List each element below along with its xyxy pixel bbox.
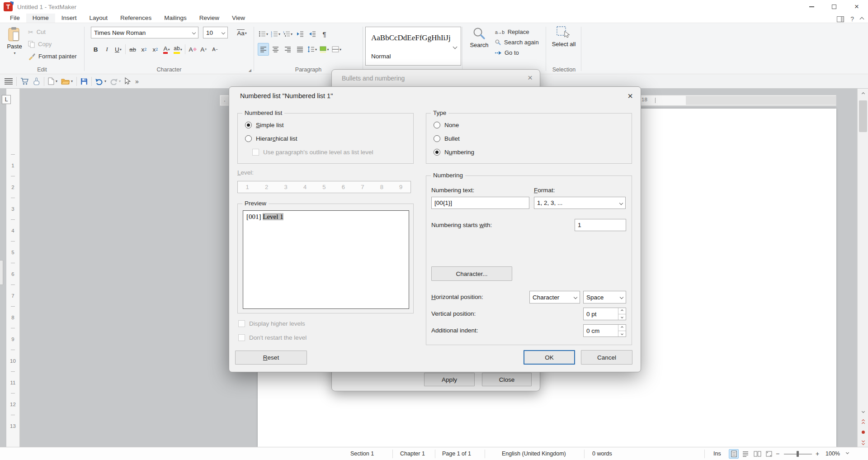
- ok-button[interactable]: OK: [524, 350, 575, 365]
- horizontal-position-select[interactable]: Character: [529, 291, 580, 304]
- vertical-position-input[interactable]: 0 pt: [583, 308, 626, 320]
- undo-dropdown-arrow[interactable]: ▾: [104, 79, 106, 83]
- subscript-button[interactable]: x2: [138, 43, 150, 56]
- ribbon-tab[interactable]: View: [226, 14, 251, 23]
- strikethrough-button[interactable]: ab: [127, 43, 138, 56]
- open-button[interactable]: ▾: [61, 78, 73, 85]
- toolbar-more-icon[interactable]: »: [135, 78, 139, 85]
- paste-button[interactable]: Paste ▾: [4, 27, 25, 55]
- save-icon[interactable]: [80, 78, 88, 85]
- select-all-button[interactable]: Select all: [550, 26, 578, 48]
- scrollbar-thumb[interactable]: [859, 100, 867, 132]
- open-dropdown-arrow[interactable]: ▾: [71, 79, 73, 83]
- borders-dropdown-arrow[interactable]: ▾: [340, 47, 341, 52]
- ribbon-tab[interactable]: File: [4, 14, 26, 23]
- view-two-pages-button[interactable]: [752, 449, 762, 459]
- sidebar-toggle-icon[interactable]: [5, 78, 13, 85]
- section-indicator[interactable]: Section 1: [350, 451, 374, 457]
- numbered-list-button[interactable]: 123 ▾: [270, 28, 281, 40]
- close-button[interactable]: ×: [845, 0, 868, 14]
- chapter-indicator[interactable]: Chapter 1: [400, 451, 425, 457]
- underline-dropdown-arrow[interactable]: ▾: [120, 47, 122, 52]
- view-fullscreen-button[interactable]: [764, 449, 774, 459]
- bold-button[interactable]: B: [90, 43, 101, 56]
- browse-previous-button[interactable]: [858, 417, 868, 427]
- page-indicator[interactable]: Page 1 of 1: [442, 451, 471, 457]
- redo-button[interactable]: ▾: [110, 78, 121, 85]
- hand-tool-icon[interactable]: [33, 77, 40, 85]
- search-again-button[interactable]: Search again: [495, 37, 539, 47]
- cut-button[interactable]: ✂ Cut: [28, 26, 77, 38]
- browse-next-button[interactable]: [858, 437, 868, 447]
- borders-button[interactable]: ▾: [331, 43, 342, 56]
- apply-button[interactable]: Apply: [424, 373, 475, 386]
- multilevel-list-button[interactable]: 1 ▾: [282, 28, 293, 40]
- hierarchical-list-radio[interactable]: Hierarchical list: [245, 133, 297, 143]
- paste-dropdown-arrow[interactable]: ▾: [14, 51, 15, 55]
- superscript-button[interactable]: x2: [150, 43, 161, 56]
- font-name-combo[interactable]: Times New Roman: [91, 27, 198, 38]
- increase-indent-button[interactable]: [294, 28, 306, 40]
- minimize-button[interactable]: [800, 0, 823, 14]
- simple-list-radio[interactable]: Simple list: [245, 120, 284, 130]
- align-right-button[interactable]: [282, 43, 293, 56]
- spin-down-icon[interactable]: [618, 314, 626, 320]
- format-select[interactable]: 1, 2, 3, ...: [534, 197, 626, 209]
- undo-button[interactable]: ▾: [95, 78, 106, 85]
- type-bullet-radio[interactable]: Bullet: [434, 133, 460, 143]
- underline-button[interactable]: U▾: [113, 43, 124, 56]
- close-icon[interactable]: ×: [528, 73, 533, 83]
- clear-formatting-button[interactable]: A: [187, 43, 198, 56]
- search-button[interactable]: Search: [466, 27, 492, 48]
- character-button[interactable]: Character...: [431, 266, 512, 281]
- close-dialog-button[interactable]: Close: [482, 373, 532, 386]
- grow-font-button[interactable]: A+: [198, 43, 209, 56]
- collapse-ribbon-icon[interactable]: [860, 17, 864, 21]
- spin-up-icon[interactable]: [618, 308, 626, 314]
- spin-up-icon[interactable]: [618, 325, 626, 331]
- highlight-dropdown-arrow[interactable]: ▾: [180, 47, 182, 52]
- zoom-in-button[interactable]: +: [816, 450, 819, 457]
- copy-button[interactable]: Copy: [28, 38, 77, 50]
- ribbon-tab[interactable]: Layout: [83, 14, 114, 23]
- new-document-dropdown-arrow[interactable]: ▾: [56, 79, 57, 83]
- sidebar-panel-icon[interactable]: [837, 16, 844, 22]
- align-center-button[interactable]: [270, 43, 281, 56]
- horizontal-position-unit-select[interactable]: Space: [583, 291, 626, 304]
- italic-button[interactable]: I: [101, 43, 113, 56]
- ribbon-tab[interactable]: References: [114, 14, 158, 23]
- zoom-level[interactable]: 100%: [826, 451, 840, 457]
- shading-button[interactable]: ▾: [319, 43, 330, 56]
- shading-dropdown-arrow[interactable]: ▾: [327, 47, 329, 52]
- numbering-starts-input[interactable]: 1: [575, 219, 626, 231]
- line-spacing-dropdown-arrow[interactable]: ▾: [315, 47, 317, 52]
- tab-stop-selector[interactable]: L: [2, 95, 11, 104]
- redo-dropdown-arrow[interactable]: ▾: [119, 79, 121, 83]
- help-icon[interactable]: ?: [850, 15, 854, 23]
- style-gallery[interactable]: AaBbCcDdEeFfGgHhIiJj Normal: [365, 27, 461, 66]
- numbering-text-input[interactable]: [00{1}]: [431, 197, 529, 209]
- ribbon-tab[interactable]: Insert: [55, 14, 83, 23]
- decrease-indent-button[interactable]: [307, 28, 318, 40]
- language-indicator[interactable]: English (United Kingdom): [502, 451, 566, 457]
- multilevel-list-dropdown-arrow[interactable]: ▾: [291, 32, 292, 36]
- align-left-button[interactable]: [258, 43, 269, 56]
- bullet-list-dropdown-arrow[interactable]: ▾: [266, 32, 268, 36]
- style-gallery-dropdown-icon[interactable]: [453, 45, 458, 49]
- shrink-font-button[interactable]: A−: [209, 43, 221, 56]
- vertical-ruler[interactable]: 12345678910111213: [6, 89, 20, 447]
- highlight-button[interactable]: ab▾: [172, 43, 184, 56]
- ribbon-tab[interactable]: Mailings: [158, 14, 193, 23]
- reset-button[interactable]: Reset: [235, 351, 307, 365]
- ribbon-tab[interactable]: Review: [193, 14, 226, 23]
- formatting-marks-button[interactable]: ¶: [319, 28, 330, 40]
- vertical-scrollbar[interactable]: [857, 89, 868, 447]
- cancel-button[interactable]: Cancel: [581, 350, 632, 365]
- type-none-radio[interactable]: None: [434, 120, 459, 130]
- new-document-button[interactable]: ▾: [48, 77, 57, 85]
- shopping-cart-icon[interactable]: [20, 77, 29, 85]
- word-count[interactable]: 0 words: [592, 451, 612, 457]
- scroll-down-button[interactable]: [858, 406, 868, 416]
- line-spacing-button[interactable]: ▾: [307, 43, 318, 56]
- spin-down-icon[interactable]: [618, 331, 626, 337]
